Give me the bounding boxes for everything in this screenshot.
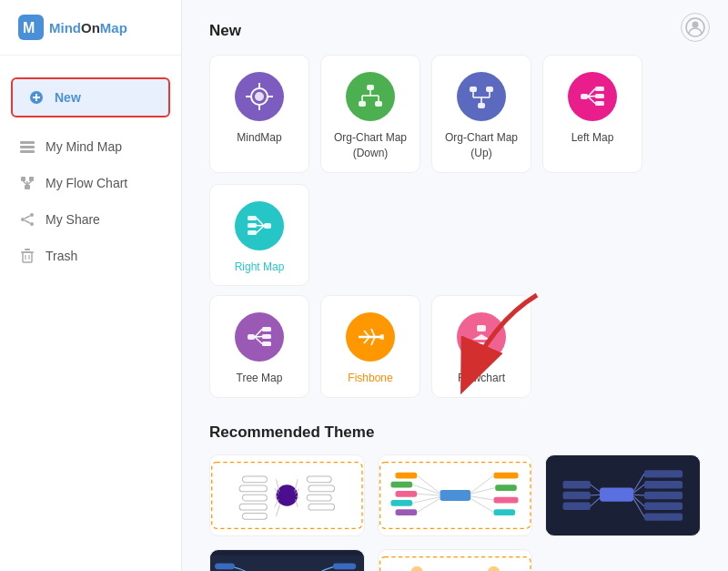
rec-card-1[interactable]	[209, 454, 365, 536]
template-org-down[interactable]: Org-Chart Map(Down)	[320, 55, 420, 173]
share-icon	[18, 210, 36, 229]
rec-card-3-svg	[546, 455, 700, 535]
org-up-icon	[457, 72, 506, 121]
flow-chart-label: My Flow Chart	[46, 176, 127, 190]
svg-rect-56	[248, 230, 257, 235]
rec-card-2[interactable]	[378, 454, 533, 536]
recommended-grid	[209, 454, 701, 571]
template-mindmap[interactable]: MindMap	[209, 55, 309, 173]
new-button[interactable]: New	[11, 77, 170, 117]
svg-rect-112	[493, 497, 518, 504]
org-down-icon	[346, 72, 395, 121]
recommended-title: Recommended Theme	[209, 423, 701, 442]
recommended-section: Recommended Theme	[209, 423, 701, 571]
svg-rect-133	[563, 503, 591, 510]
right-map-label: Right Map	[235, 260, 285, 275]
left-map-icon	[568, 72, 617, 121]
mindmap-label: MindMap	[237, 130, 281, 146]
flowchart-label: Flowchart	[458, 371, 505, 386]
template-right-map[interactable]: Right Map	[209, 184, 309, 287]
rec-card-5[interactable]	[378, 549, 533, 571]
template-org-up[interactable]: Org-Chart Map (Up)	[431, 55, 531, 173]
rec-card-4-svg	[210, 550, 364, 571]
svg-rect-100	[395, 473, 417, 479]
flow-chart-icon	[18, 174, 36, 192]
sidebar-item-trash[interactable]: Trash	[0, 238, 181, 274]
svg-rect-110	[493, 473, 518, 479]
svg-rect-146	[379, 556, 532, 571]
svg-line-57	[257, 218, 264, 226]
logo-icon: M	[18, 15, 44, 40]
svg-rect-9	[29, 177, 34, 181]
svg-rect-39	[478, 103, 485, 108]
logo-text: MindOnMap	[49, 20, 127, 36]
svg-rect-46	[581, 94, 588, 99]
svg-point-26	[255, 92, 264, 101]
svg-rect-47	[595, 87, 604, 91]
svg-line-17	[25, 216, 30, 219]
svg-rect-73	[477, 325, 486, 331]
main-content: New MindMap Org-Chart Map(Down) Org-Char	[182, 0, 728, 571]
svg-rect-123	[644, 492, 682, 499]
svg-rect-75	[477, 342, 486, 349]
svg-rect-139	[215, 564, 235, 570]
sidebar-item-flow-chart[interactable]: My Flow Chart	[0, 165, 181, 201]
svg-line-18	[25, 220, 30, 223]
svg-text:M: M	[23, 20, 35, 36]
svg-point-25	[693, 22, 699, 28]
svg-line-59	[257, 226, 264, 233]
svg-line-50	[588, 89, 595, 97]
svg-rect-104	[395, 509, 417, 515]
sidebar-item-mind-map[interactable]: My Mind Map	[0, 128, 181, 165]
new-section: New MindMap Org-Chart Map(Down) Org-Char	[209, 22, 701, 398]
rec-card-4[interactable]	[209, 549, 365, 571]
template-left-map[interactable]: Left Map	[542, 55, 642, 173]
svg-point-72	[379, 334, 384, 340]
user-avatar[interactable]	[681, 13, 710, 42]
templates-row1: MindMap Org-Chart Map(Down) Org-Chart Ma…	[209, 55, 701, 286]
svg-rect-5	[20, 141, 35, 144]
svg-rect-61	[262, 327, 271, 331]
svg-rect-101	[390, 482, 412, 488]
rec-card-2-svg	[379, 455, 532, 535]
svg-rect-33	[359, 101, 366, 107]
svg-point-14	[30, 213, 34, 217]
rec-card-3[interactable]	[545, 454, 701, 536]
svg-rect-53	[264, 223, 271, 229]
svg-rect-63	[262, 342, 271, 346]
trash-label: Trash	[46, 249, 77, 263]
sidebar: M MindOnMap New My Mind Map My Flow Char…	[0, 0, 182, 571]
template-fishbone[interactable]: Fishbone	[320, 295, 420, 398]
svg-rect-48	[595, 94, 604, 98]
svg-rect-113	[493, 509, 515, 515]
mind-map-icon	[18, 138, 36, 156]
svg-rect-99	[440, 490, 470, 501]
fishbone-icon	[346, 312, 395, 362]
plus-icon	[27, 88, 46, 107]
svg-rect-62	[262, 334, 271, 339]
mind-map-label: My Mind Map	[46, 139, 122, 154]
rec-card-1-svg	[210, 455, 364, 535]
svg-rect-49	[595, 101, 604, 106]
svg-line-52	[588, 97, 595, 104]
svg-rect-132	[563, 492, 591, 499]
svg-rect-131	[563, 481, 591, 488]
template-flowchart[interactable]: Flowchart	[431, 295, 531, 398]
sidebar-nav: New My Mind Map My Flow Chart My Share T	[0, 56, 181, 285]
svg-rect-41	[486, 87, 493, 92]
svg-rect-32	[367, 85, 374, 90]
svg-rect-103	[390, 500, 412, 506]
svg-rect-55	[248, 223, 257, 228]
svg-rect-102	[395, 491, 417, 497]
svg-rect-10	[25, 185, 30, 189]
fishbone-label: Fishbone	[348, 371, 392, 386]
new-section-title: New	[209, 22, 701, 40]
svg-rect-143	[333, 564, 356, 570]
tree-map-icon	[235, 312, 284, 362]
svg-line-70	[371, 329, 375, 337]
svg-rect-121	[644, 470, 682, 477]
sidebar-item-share[interactable]: My Share	[0, 201, 181, 238]
svg-line-64	[255, 330, 262, 338]
logo: M MindOnMap	[0, 0, 181, 56]
template-tree-map[interactable]: Tree Map	[209, 295, 309, 398]
